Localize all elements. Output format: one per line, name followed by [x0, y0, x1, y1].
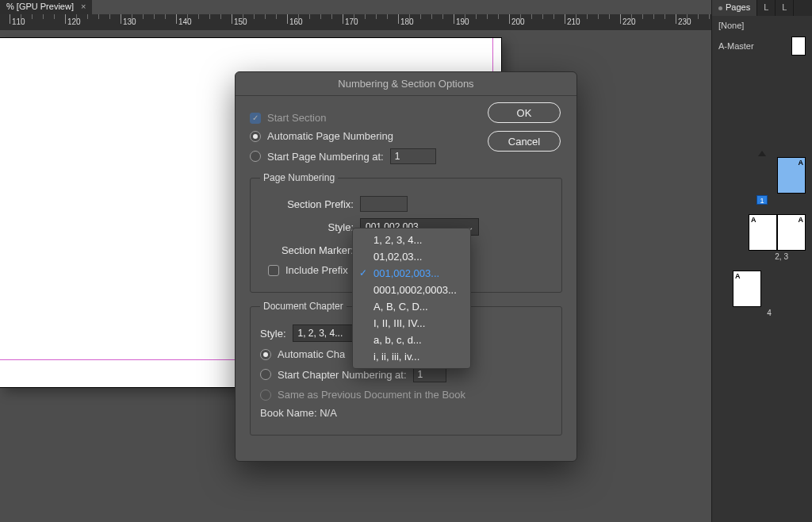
pages-panel: Pages L L [None] A-Master A 1 A A 2, 3 A…: [711, 0, 812, 522]
tab-layers[interactable]: L: [757, 0, 776, 16]
page-numbering-group: Page Numbering Section Prefix: Style: 00…: [250, 172, 562, 293]
include-prefix-label: Include Prefix: [285, 264, 348, 276]
start-section-checkbox: [250, 113, 261, 124]
start-page-numbering-radio[interactable]: [250, 151, 261, 162]
page-thumb-2[interactable]: A: [749, 214, 777, 251]
start-page-numbering-input[interactable]: [390, 148, 436, 164]
a-master-label[interactable]: A-Master: [718, 41, 754, 51]
chapter-style-label: Style:: [260, 328, 286, 340]
page-thumb-1[interactable]: A: [777, 157, 806, 194]
same-as-prev-radio: [260, 390, 271, 401]
page-number-badge: 1: [756, 195, 768, 205]
auto-page-numbering-label: Automatic Page Numbering: [267, 130, 393, 142]
section-prefix-input[interactable]: [360, 196, 408, 212]
spread-label-23: 2, 3: [718, 252, 806, 261]
section-start-icon: [758, 151, 766, 156]
spread-label-4: 4: [733, 309, 806, 317]
style-label: Style:: [260, 221, 354, 233]
start-chapter-radio[interactable]: [260, 369, 271, 380]
start-section-label: Start Section: [267, 112, 326, 124]
numbering-section-options-dialog: Numbering & Section Options OK Cancel St…: [235, 71, 577, 462]
panel-tab-strip: Pages L L: [712, 0, 812, 16]
document-tab-label: % [GPU Preview]: [6, 2, 74, 11]
auto-page-numbering-radio[interactable]: [250, 131, 261, 142]
page-thumbnails: A 1 A A 2, 3 A 4: [718, 151, 806, 327]
horizontal-ruler[interactable]: 110120130140150160170180190200210220230: [0, 14, 812, 30]
style-option[interactable]: A, B, C, D...: [353, 298, 470, 315]
style-option[interactable]: 0001,0002,0003...: [353, 282, 470, 298]
start-page-numbering-label: Start Page Numbering at:: [267, 151, 384, 163]
ok-button[interactable]: OK: [488, 102, 561, 123]
style-option[interactable]: I, II, III, IV...: [353, 315, 470, 332]
dialog-title: Numbering & Section Options: [236, 72, 576, 96]
auto-chapter-radio[interactable]: [260, 349, 271, 360]
page-number-style-dropdown: 1, 2, 3, 4...01,02,03...001,002,003...00…: [352, 228, 471, 369]
page-numbering-legend: Page Numbering: [260, 172, 338, 183]
tab-links[interactable]: L: [776, 0, 794, 16]
style-option[interactable]: 01,02,03...: [353, 248, 470, 265]
style-option[interactable]: 1, 2, 3, 4...: [353, 232, 470, 248]
include-prefix-checkbox[interactable]: [268, 265, 279, 276]
document-chapter-legend: Document Chapter: [260, 301, 347, 312]
document-tab[interactable]: % [GPU Preview] ×: [0, 0, 92, 14]
section-marker-label: Section Marker:: [260, 244, 354, 256]
section-prefix-label: Section Prefix:: [260, 198, 354, 210]
cancel-button[interactable]: Cancel: [488, 131, 561, 152]
start-chapter-input[interactable]: [413, 367, 446, 382]
page-thumb-4[interactable]: A: [733, 271, 761, 307]
book-name-label: Book Name: N/A: [260, 407, 337, 419]
close-icon[interactable]: ×: [81, 2, 86, 11]
tab-pages[interactable]: Pages: [712, 0, 757, 16]
style-option[interactable]: i, ii, iii, iv...: [353, 348, 470, 365]
auto-chapter-label: Automatic Cha: [278, 348, 345, 360]
style-option[interactable]: 001,002,003...: [353, 265, 470, 282]
same-as-prev-label: Same as Previous Document in the Book: [278, 389, 465, 401]
page-thumb-3[interactable]: A: [777, 214, 806, 251]
master-none-label[interactable]: [None]: [718, 21, 806, 30]
chapter-style-value: 1, 2, 3, 4...: [298, 328, 343, 339]
start-chapter-label: Start Chapter Numbering at:: [278, 369, 407, 381]
a-master-thumb[interactable]: [791, 36, 806, 56]
style-option[interactable]: a, b, c, d...: [353, 332, 470, 348]
